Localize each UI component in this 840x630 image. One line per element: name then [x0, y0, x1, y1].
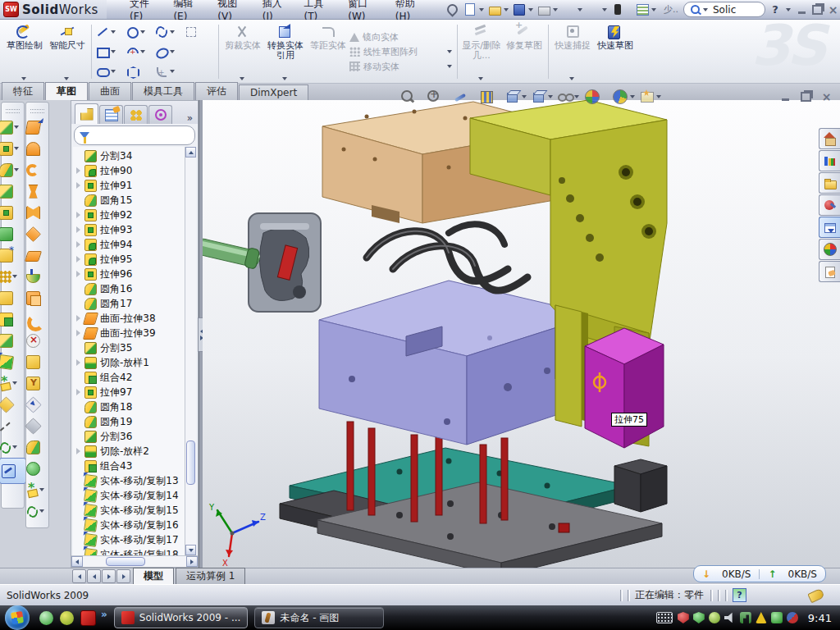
toolbar-button[interactable]	[0, 415, 26, 436]
task-pane-tab[interactable]	[819, 261, 840, 282]
tree-item[interactable]: 切除-放样2	[73, 444, 185, 459]
doc-close-button[interactable]: ×	[819, 90, 833, 103]
toolbar-button[interactable]	[511, 2, 527, 17]
view-tool-button[interactable]	[531, 89, 547, 105]
search-dropdown-icon[interactable]	[703, 8, 708, 11]
taskbar-clock[interactable]: 9:41	[808, 612, 832, 624]
toolbar-button[interactable]	[26, 244, 48, 266]
menu-item[interactable]: 视图(V)	[209, 0, 254, 22]
help-dropdown-icon[interactable]	[786, 8, 791, 11]
dropdown-arrow-icon[interactable]	[21, 77, 26, 80]
tray-icon[interactable]	[771, 612, 783, 623]
toolbar-button[interactable]	[634, 2, 651, 17]
menu-item[interactable]: 帮助(H)	[387, 0, 432, 22]
expand-arrow-icon[interactable]	[76, 212, 84, 218]
doc-restore-button[interactable]	[799, 90, 813, 103]
toolbar-button[interactable]	[0, 458, 26, 484]
display-delete-relations-button[interactable]: 显示/删除几...	[460, 20, 503, 84]
view-tool-button[interactable]	[504, 89, 521, 105]
toolbar-button[interactable]	[26, 138, 48, 159]
task-pane-tab[interactable]	[819, 217, 840, 238]
dropdown-arrow-icon[interactable]	[656, 95, 661, 98]
tree-item[interactable]: 实体-移动/复制14	[73, 488, 185, 503]
expand-arrow-icon[interactable]	[76, 448, 84, 454]
ribbon-tab[interactable]: 特征	[2, 82, 44, 100]
help-button[interactable]: ?	[767, 2, 783, 17]
tree-item[interactable]: 实体-移动/复制13	[73, 473, 185, 488]
toolbar-button[interactable]	[486, 2, 503, 17]
toolbar-button[interactable]	[560, 2, 577, 17]
search-box[interactable]: Solic	[683, 2, 765, 17]
toolbar-button[interactable]	[0, 138, 26, 159]
view-tool-button[interactable]	[399, 89, 416, 105]
task-pane-tab[interactable]	[819, 172, 840, 194]
sketch-tool-button[interactable]	[96, 22, 126, 42]
part-rail-right[interactable]	[614, 459, 667, 512]
tree-item[interactable]: 圆角18	[73, 399, 185, 414]
scrollbar-thumb[interactable]	[186, 441, 195, 485]
toolbar-grip[interactable]	[6, 109, 20, 113]
dropdown-arrow-icon[interactable]	[111, 50, 116, 53]
toolbar-grip[interactable]	[30, 109, 44, 113]
part-clamp-body[interactable]	[249, 213, 321, 312]
dropdown-arrow-icon[interactable]	[528, 8, 533, 11]
input-method-icon[interactable]	[656, 612, 673, 623]
toolbar-button[interactable]	[0, 436, 26, 458]
toolbar-button[interactable]	[26, 351, 48, 372]
tree-item[interactable]: 曲面-拉伸39	[73, 326, 185, 340]
task-pane-tab[interactable]	[819, 194, 840, 216]
quick-launch-chevron-icon[interactable]: »	[101, 609, 107, 620]
toolbar-button[interactable]	[26, 394, 48, 415]
tree-item[interactable]: 拉伸91	[73, 178, 185, 193]
dropdown-arrow-icon[interactable]	[479, 8, 484, 11]
tab-last-button[interactable]	[116, 569, 130, 583]
dropdown-arrow-icon[interactable]	[64, 77, 69, 80]
toolbar-button[interactable]	[0, 351, 26, 372]
task-pane-tab[interactable]	[819, 150, 840, 171]
expand-arrow-icon[interactable]	[76, 271, 84, 277]
tree-item[interactable]: 实体-移动/复制17	[73, 532, 185, 547]
scroll-down-button[interactable]	[185, 545, 196, 555]
dropdown-arrow-icon[interactable]	[12, 445, 17, 449]
ribbon-tab[interactable]: DimXpert	[239, 84, 308, 100]
tag-icon[interactable]	[807, 587, 824, 602]
expand-arrow-icon[interactable]	[76, 241, 84, 248]
expand-arrow-icon[interactable]	[76, 182, 84, 189]
dropdown-arrow-icon[interactable]	[651, 8, 656, 11]
toolbar-button[interactable]	[26, 202, 48, 223]
dropdown-arrow-icon[interactable]	[170, 50, 175, 53]
tree-item[interactable]: 分割35	[73, 340, 185, 355]
manager-tab[interactable]	[124, 105, 148, 124]
tree-item[interactable]: 组合43	[73, 459, 185, 473]
tree-item[interactable]: 圆角15	[73, 193, 185, 208]
toolbar-button[interactable]	[536, 2, 552, 17]
manager-tab[interactable]	[99, 105, 123, 124]
dropdown-arrow-icon[interactable]	[111, 70, 116, 73]
tree-item[interactable]: 实体-移动/复制15	[73, 503, 185, 518]
dropdown-arrow-icon[interactable]	[504, 8, 509, 11]
tree-item[interactable]: 圆角17	[73, 296, 185, 311]
offset-entities-button[interactable]: 等距实体	[307, 20, 349, 84]
tree-vertical-scrollbar[interactable]	[185, 147, 196, 555]
dropdown-arrow-icon[interactable]	[140, 50, 145, 53]
toolbar-button[interactable]	[585, 2, 601, 17]
toolbar-button[interactable]	[26, 436, 48, 458]
task-pane-tab[interactable]	[819, 239, 840, 260]
quick-launch-icon[interactable]	[80, 610, 96, 626]
toolbar-button[interactable]	[0, 308, 26, 330]
view-tool-button[interactable]	[452, 89, 468, 105]
toolbar-button[interactable]	[0, 287, 26, 308]
tree-item[interactable]: 切除-放样1	[73, 355, 185, 370]
sketch-tool-button[interactable]	[155, 22, 185, 42]
toolbar-button[interactable]	[26, 372, 48, 394]
toolbar-button[interactable]	[26, 266, 48, 287]
quick-launch-icon[interactable]	[39, 611, 53, 625]
sketch-button[interactable]: 草图绘制	[3, 20, 46, 84]
toolbar-button[interactable]	[462, 2, 478, 17]
tree-item[interactable]: 拉伸90	[73, 163, 185, 178]
toolbar-button[interactable]	[26, 500, 48, 522]
trim-entities-button[interactable]: 剪裁实体	[221, 20, 264, 84]
toolbar-button[interactable]	[0, 159, 26, 180]
dropdown-arrow-icon[interactable]	[282, 77, 287, 80]
dropdown-arrow-icon[interactable]	[111, 30, 116, 34]
